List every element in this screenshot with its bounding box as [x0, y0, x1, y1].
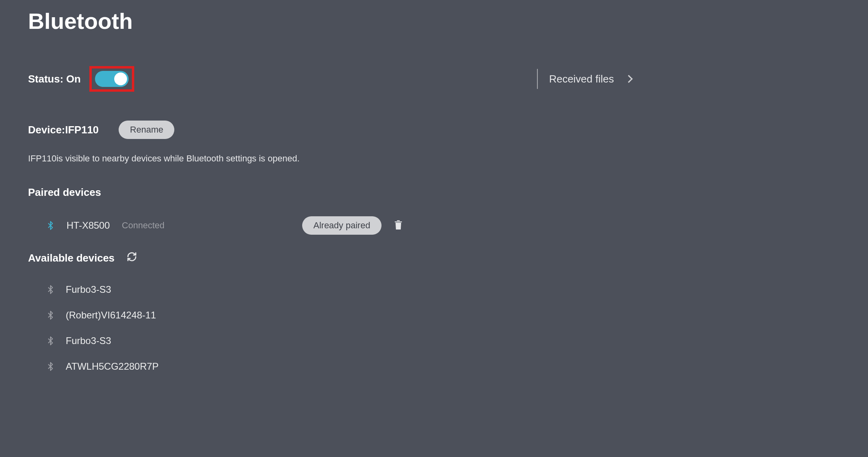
device-row: Device:IFP110 Rename: [28, 121, 840, 139]
available-device-name: ATWLH5CG2280R7P: [66, 361, 159, 372]
paired-device-row[interactable]: HT-X8500 Connected Already paired: [28, 211, 840, 240]
bluetooth-icon: [46, 285, 55, 294]
bluetooth-icon: [46, 310, 55, 320]
bluetooth-toggle[interactable]: [95, 71, 129, 87]
available-device-row[interactable]: (Robert)VI614248-11: [28, 302, 840, 328]
paired-device-name: HT-X8500: [67, 220, 110, 231]
available-devices-list: Furbo3-S3(Robert)VI614248-11Furbo3-S3ATW…: [28, 277, 840, 379]
status-row: Status: On Received files: [28, 66, 840, 92]
available-devices-header-text: Available devices: [28, 252, 115, 264]
page-title: Bluetooth: [28, 8, 840, 34]
received-files-label: Received files: [549, 73, 614, 85]
paired-devices-header-text: Paired devices: [28, 186, 101, 199]
available-device-row[interactable]: Furbo3-S3: [28, 328, 840, 354]
device-name-label: Device:IFP110: [28, 124, 99, 136]
visibility-text: IFP110is visible to nearby devices while…: [28, 153, 840, 164]
status-block: Status: On: [28, 66, 134, 92]
received-files-link[interactable]: Received files: [537, 69, 632, 89]
available-device-name: Furbo3-S3: [66, 284, 111, 295]
refresh-button[interactable]: [127, 252, 137, 265]
available-device-name: (Robert)VI614248-11: [66, 310, 156, 321]
toggle-highlight-box: [89, 66, 134, 92]
already-paired-button[interactable]: Already paired: [302, 216, 382, 235]
available-device-name: Furbo3-S3: [66, 335, 111, 346]
rename-button[interactable]: Rename: [119, 121, 174, 139]
paired-devices-header: Paired devices: [28, 186, 840, 199]
bluetooth-icon: [46, 336, 55, 346]
paired-device-status: Connected: [122, 220, 164, 231]
bluetooth-icon: [46, 221, 55, 230]
status-label: Status: On: [28, 73, 81, 85]
delete-paired-button[interactable]: [394, 219, 403, 232]
available-device-row[interactable]: ATWLH5CG2280R7P: [28, 354, 840, 379]
chevron-right-icon: [625, 75, 633, 83]
bluetooth-icon: [46, 362, 55, 371]
available-device-row[interactable]: Furbo3-S3: [28, 277, 840, 302]
toggle-knob: [114, 72, 127, 85]
available-devices-header: Available devices: [28, 252, 840, 265]
